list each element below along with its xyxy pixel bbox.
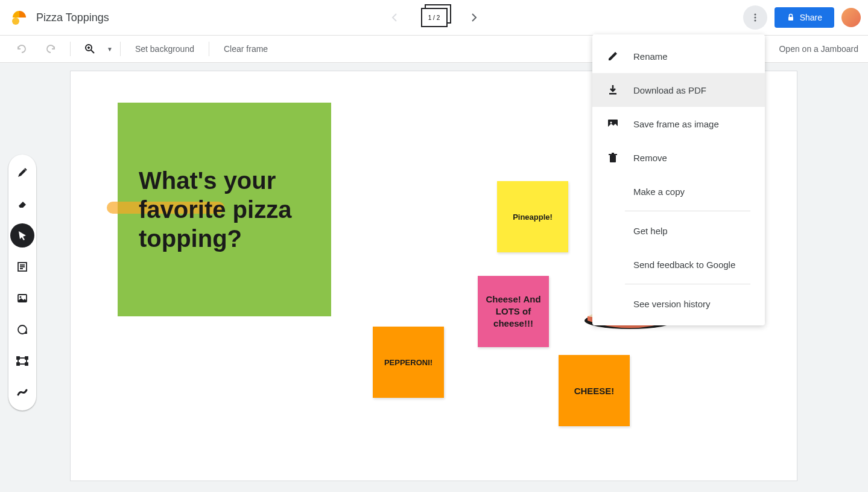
svg-point-1: [754, 13, 756, 15]
lock-icon: [787, 13, 795, 22]
big-sticky-note[interactable]: What's your favorite pizza topping?: [118, 103, 331, 316]
svg-rect-11: [17, 357, 19, 359]
open-on-jamboard-button[interactable]: Open on a Jamboard: [779, 44, 858, 54]
side-toolbar: [8, 155, 36, 411]
menu-divider: [625, 284, 750, 284]
undo-button[interactable]: [10, 37, 34, 61]
svg-rect-24: [612, 153, 614, 154]
sticky-note-tool[interactable]: [10, 255, 34, 279]
svg-rect-12: [25, 357, 28, 359]
svg-rect-22: [610, 155, 616, 162]
svg-point-21: [610, 122, 612, 124]
eraser-tool[interactable]: [10, 192, 34, 216]
separator: [120, 42, 121, 56]
text-box-tool[interactable]: [10, 349, 34, 373]
svg-point-3: [754, 19, 756, 21]
chevron-down-icon: ▼: [107, 46, 113, 53]
svg-rect-4: [788, 17, 793, 21]
trash-icon: [607, 152, 619, 164]
menu-item-get-help[interactable]: Get help: [592, 214, 765, 248]
image-icon: [607, 118, 619, 130]
document-title[interactable]: Pizza Toppings: [36, 11, 109, 24]
svg-point-2: [754, 16, 756, 18]
menu-item-send-feedback[interactable]: Send feedback to Google: [592, 248, 765, 281]
pen-tool[interactable]: [10, 161, 34, 185]
frame-navigator: 1 / 2: [382, 5, 486, 30]
prev-frame-button[interactable]: [382, 5, 407, 30]
set-background-button[interactable]: Set background: [128, 44, 201, 54]
svg-point-0: [12, 18, 19, 25]
menu-divider: [625, 211, 750, 211]
menu-item-save-image[interactable]: Save frame as image: [592, 107, 765, 141]
more-options-menu: Rename Download as PDF Save frame as ima…: [592, 34, 765, 325]
sticky-note-pepperoni[interactable]: PEPPERONI!: [373, 327, 444, 398]
sticky-note-cheese[interactable]: CHEESE!: [559, 355, 630, 426]
next-frame-button[interactable]: [462, 5, 486, 30]
menu-item-version-history[interactable]: See version history: [592, 287, 765, 321]
sticky-note-pineapple[interactable]: Pineapple!: [497, 181, 568, 252]
svg-rect-19: [609, 93, 616, 95]
frame-counter[interactable]: 1 / 2: [421, 8, 448, 27]
share-button[interactable]: Share: [775, 7, 834, 28]
separator: [209, 42, 209, 56]
svg-point-9: [18, 325, 27, 334]
svg-rect-23: [609, 154, 617, 155]
jamboard-logo: [7, 5, 31, 30]
separator: [70, 42, 71, 56]
menu-item-make-copy[interactable]: Make a copy: [592, 174, 765, 208]
svg-rect-13: [17, 363, 19, 365]
zoom-icon: [78, 37, 102, 61]
circle-tool[interactable]: [10, 318, 34, 342]
download-icon: [607, 84, 619, 96]
user-avatar[interactable]: [841, 8, 861, 27]
sticky-note-cheese-lots[interactable]: Cheese! And LOTS of cheese!!!: [478, 276, 549, 347]
more-options-button[interactable]: [743, 5, 767, 30]
zoom-control[interactable]: ▼: [78, 37, 113, 61]
image-tool[interactable]: [10, 286, 34, 310]
header: Pizza Toppings 1 / 2 Share: [0, 0, 868, 36]
menu-item-rename[interactable]: Rename: [592, 39, 765, 73]
clear-frame-button[interactable]: Clear frame: [217, 44, 275, 54]
menu-item-download-pdf[interactable]: Download as PDF: [592, 73, 765, 107]
svg-rect-14: [25, 363, 28, 365]
svg-point-8: [20, 296, 22, 298]
laser-tool[interactable]: [10, 380, 34, 404]
redo-button[interactable]: [39, 37, 63, 61]
select-tool[interactable]: [10, 223, 34, 248]
pencil-icon: [607, 50, 619, 62]
menu-item-remove[interactable]: Remove: [592, 141, 765, 174]
